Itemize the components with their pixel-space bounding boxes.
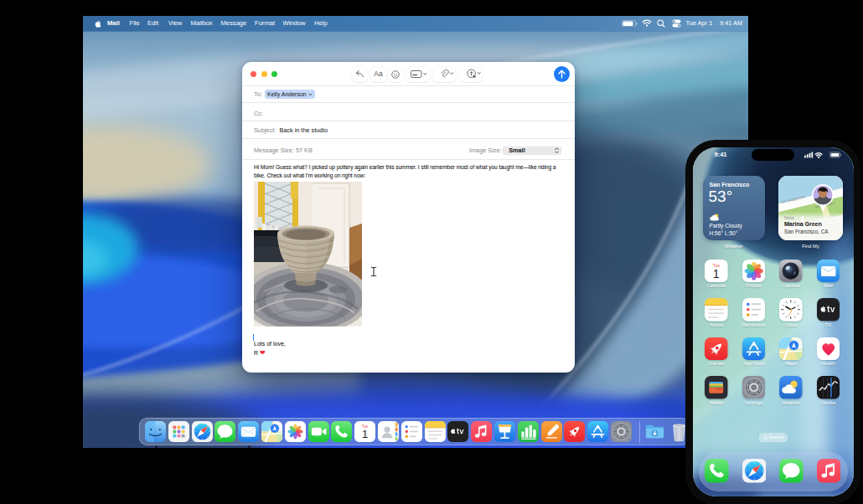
svg-text:1: 1 — [362, 428, 368, 440]
svg-text:1: 1 — [713, 267, 720, 280]
